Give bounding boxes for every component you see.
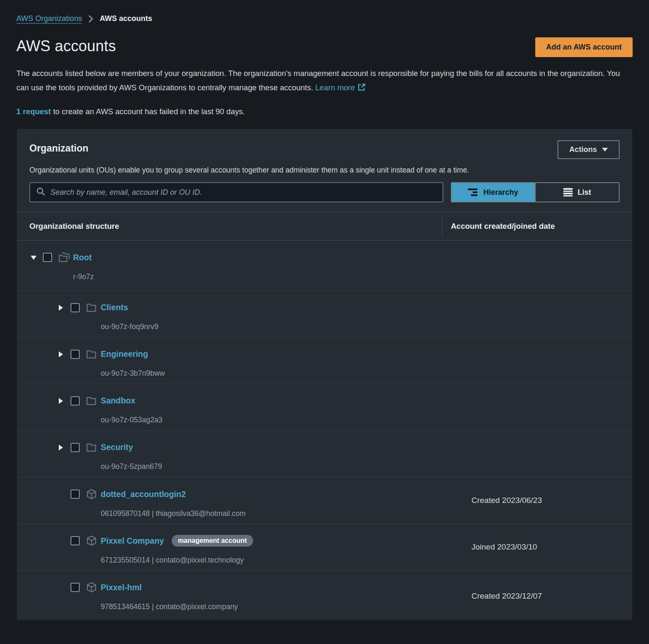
account-row: Pixxel Companymanagement account67123550… [17, 524, 632, 571]
account-date [442, 241, 632, 291]
breadcrumb-current: AWS accounts [99, 14, 152, 23]
management-account-badge: management account [172, 535, 253, 547]
page: AWS Organizations AWS accounts AWS accou… [0, 0, 649, 620]
add-aws-account-button[interactable]: Add an AWS account [535, 37, 633, 57]
collapse-caret-icon[interactable] [30, 255, 43, 260]
ou-row: Rootr-9o7z [17, 241, 632, 291]
row-checkbox[interactable] [71, 536, 80, 545]
account-date: Created 2023/06/23 [442, 477, 632, 524]
hierarchy-toggle-button[interactable]: Hierarchy [452, 183, 535, 202]
row-checkbox[interactable] [71, 303, 80, 312]
account-date [442, 338, 632, 384]
expand-caret-icon[interactable] [58, 351, 71, 358]
column-header-account-created-joined-date: Account created/joined date [442, 217, 632, 236]
breadcrumb: AWS Organizations AWS accounts [16, 14, 633, 23]
row-checkbox[interactable] [43, 253, 52, 262]
account-date [442, 291, 632, 337]
organization-panel-description: Organizational units (OUs) enable you to… [29, 166, 620, 175]
account-cube-icon [86, 488, 101, 500]
search-icon [36, 187, 45, 198]
failed-request-notice: 1 request to create an AWS account has f… [16, 107, 633, 116]
ou-row: Clientsou-9o7z-foq9nrv9 [17, 291, 632, 338]
hierarchy-icon [468, 188, 478, 196]
folder-icon [86, 348, 101, 360]
ou-row: Securityou-9o7z-5zpan679 [17, 431, 632, 477]
row-checkbox[interactable] [71, 396, 80, 406]
search-input[interactable] [50, 188, 437, 197]
account-date [442, 384, 632, 430]
folder-icon [86, 302, 101, 313]
ou-row: Sandboxou-9o7z-053ag2a3 [17, 384, 632, 431]
ou-name-link[interactable]: Clients [101, 303, 128, 312]
account-date: Created 2023/12/07 [442, 571, 632, 621]
folder-icon [86, 395, 101, 406]
ou-id: ou-9o7z-053ag2a3 [101, 416, 442, 424]
view-toggle: Hierarchy List [451, 182, 620, 202]
ou-id: ou-9o7z-foq9nrv9 [101, 322, 442, 331]
row-checkbox[interactable] [71, 350, 80, 359]
hierarchy-toggle-label: Hierarchy [483, 188, 518, 197]
account-name-link[interactable]: dotted_accountlogin2 [101, 490, 186, 499]
actions-button-label: Actions [569, 145, 597, 154]
list-icon [563, 188, 573, 196]
column-header-organizational-structure: Organizational structure [17, 222, 442, 231]
expand-caret-icon[interactable] [58, 398, 71, 404]
ou-name-link[interactable]: Root [73, 253, 92, 262]
ou-id: r-9o7z [73, 272, 442, 281]
folder-icon [86, 442, 101, 453]
expand-caret-icon[interactable] [58, 304, 71, 311]
account-row: Pixxel-hml978513464615 | contato@pixxel.… [17, 571, 632, 621]
table-header: Organizational structure Account created… [17, 212, 632, 241]
account-date [442, 431, 632, 477]
external-link-icon [358, 81, 366, 96]
row-checkbox[interactable] [71, 490, 80, 499]
account-cube-icon [86, 581, 101, 593]
search-box[interactable] [29, 182, 443, 202]
breadcrumb-chevron-icon [88, 15, 94, 23]
account-cube-icon [86, 535, 101, 547]
learn-more-link[interactable]: Learn more [315, 83, 355, 92]
account-name-link[interactable]: Pixxel Company [101, 536, 164, 546]
root-folders-icon [58, 251, 73, 263]
organization-panel-title: Organization [29, 140, 89, 154]
ou-name-link[interactable]: Security [101, 442, 133, 452]
account-name-link[interactable]: Pixxel-hml [101, 583, 142, 592]
ou-id: ou-9o7z-5zpan679 [101, 462, 442, 471]
account-id-email: 671235505014 | contato@pixxel.technology [101, 556, 442, 565]
organization-panel: Organization Actions Organizational unit… [17, 129, 632, 620]
failed-request-text: to create an AWS account has failed in t… [51, 107, 245, 116]
ou-name-link[interactable]: Engineering [101, 349, 148, 359]
account-row: dotted_accountlogin2061095870148 | thiag… [17, 477, 632, 524]
caret-down-icon [602, 148, 608, 152]
account-id-email: 061095870148 | thiagosilva36@hotmail.com [101, 509, 442, 518]
ou-name-link[interactable]: Sandbox [101, 396, 135, 406]
failed-request-link[interactable]: 1 request [16, 107, 51, 116]
page-title: AWS accounts [16, 37, 116, 55]
list-toggle-label: List [578, 188, 591, 197]
account-id-email: 978513464615 | contato@pixxel.company [101, 602, 442, 611]
ou-id: ou-9o7z-3b7n9bww [101, 369, 442, 378]
row-checkbox[interactable] [71, 443, 80, 452]
row-checkbox[interactable] [71, 583, 80, 592]
page-description: The accounts listed below are members of… [16, 66, 633, 96]
organization-tree: Rootr-9o7zClientsou-9o7z-foq9nrv9Enginee… [17, 241, 632, 621]
account-date: Joined 2023/03/10 [442, 524, 632, 570]
actions-button[interactable]: Actions [557, 140, 620, 159]
expand-caret-icon[interactable] [58, 444, 71, 451]
ou-row: Engineeringou-9o7z-3b7n9bww [17, 338, 632, 384]
breadcrumb-link-aws-organizations[interactable]: AWS Organizations [16, 14, 82, 23]
list-toggle-button[interactable]: List [535, 183, 619, 202]
